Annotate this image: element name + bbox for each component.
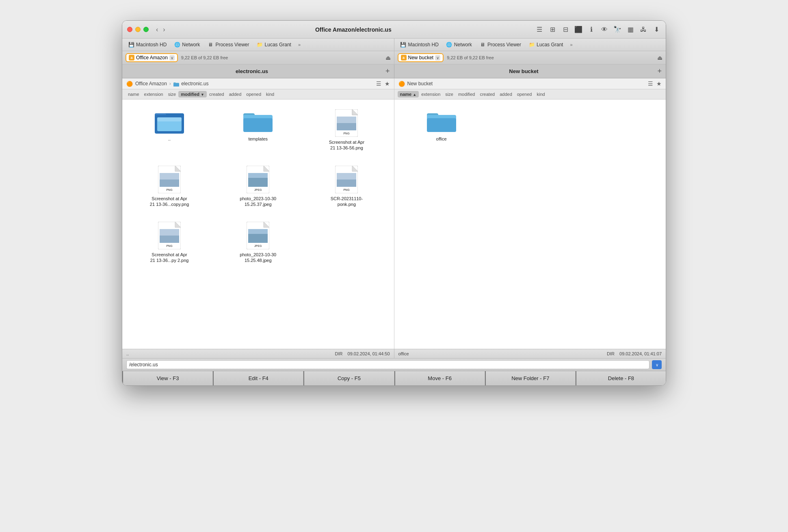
col-modified-left[interactable]: modified ▼	[178, 91, 207, 97]
list-item[interactable]: ..	[127, 106, 212, 154]
download-icon[interactable]: ⬇	[652, 25, 661, 34]
right-status-info: DIR 09.02.2024, 01:41:07	[607, 351, 662, 356]
move-button[interactable]: Move - F6	[394, 371, 485, 385]
col-kind-left[interactable]: kind	[264, 91, 277, 97]
jpeg-file-icon: JPEG	[247, 166, 269, 193]
file-name: Screenshot at Apr 21 13-36-56.png	[326, 139, 367, 151]
folder-icon	[243, 109, 273, 134]
col-name-left[interactable]: name	[126, 91, 142, 97]
back-button[interactable]: ‹	[154, 25, 160, 34]
delete-button[interactable]: Delete - F8	[576, 371, 666, 385]
right-file-grid: office	[399, 106, 661, 145]
right-eject-icon[interactable]: ⏏	[657, 54, 662, 61]
left-tab-add[interactable]: +	[381, 65, 394, 78]
left-status-info: DIR 09.02.2024, 01:44:50	[335, 351, 390, 356]
fav-macintosh-hd[interactable]: 💾 Macintosh HD	[126, 40, 169, 49]
drive-icon: 📁	[257, 41, 263, 48]
grid-view-icon[interactable]: ⊟	[561, 25, 570, 34]
info-icon[interactable]: ℹ	[587, 25, 596, 34]
file-name: Screenshot at Apr 21 13-36...copy.png	[149, 196, 190, 208]
svg-rect-52	[248, 229, 268, 234]
list-view-icon[interactable]: ☰	[535, 25, 544, 34]
col-kind-right[interactable]: kind	[534, 91, 547, 97]
left-view-btn[interactable]: ☰	[376, 80, 381, 87]
close-button[interactable]	[127, 27, 132, 32]
right-disk-info: 9,22 EB of 9,22 EB free	[447, 55, 654, 60]
right-bucket-selector[interactable]: a New bucket ∨	[398, 53, 444, 62]
col-opened-right[interactable]: opened	[515, 91, 535, 97]
col-created-left[interactable]: created	[207, 91, 227, 97]
fav-lucas-grant-r[interactable]: 📁 Lucas Grant	[526, 40, 565, 49]
more-favorites-r[interactable]: »	[568, 41, 574, 48]
list-item[interactable]: JPEG photo_2023-10-30 15.25.48.jpeg	[216, 218, 300, 267]
new-folder-button[interactable]: New Folder - F7	[485, 371, 576, 385]
more-favorites[interactable]: »	[296, 41, 303, 48]
search-icon[interactable]: 🔭	[613, 25, 622, 34]
copy-button[interactable]: Copy - F5	[303, 371, 394, 385]
col-added-left[interactable]: added	[227, 91, 244, 97]
fav-network[interactable]: 🌐 Network	[171, 40, 202, 49]
left-tab-label[interactable]: electronic.us	[122, 65, 381, 78]
minimize-button[interactable]	[135, 27, 141, 32]
fav-process-viewer-r[interactable]: 🖥 Process Viewer	[477, 40, 524, 49]
columns-view-icon[interactable]: ⊞	[548, 25, 557, 34]
svg-text:JPEG: JPEG	[254, 244, 262, 247]
list-item[interactable]: JPEG photo_2023-10-30 15.25.37.jpeg	[216, 162, 300, 211]
right-view-btn[interactable]: ☰	[648, 80, 653, 87]
col-added-right[interactable]: added	[497, 91, 515, 97]
list-item[interactable]: PNG Screenshot at Apr 21 13-36...copy.pn…	[127, 162, 212, 211]
col-modified-right[interactable]: modified	[456, 91, 478, 97]
svg-rect-24	[160, 173, 179, 179]
list-item[interactable]: PNG Screenshot at Apr 21 13-36-56.png	[304, 106, 389, 154]
path-input[interactable]	[126, 360, 649, 369]
right-breadcrumb-root[interactable]: New bucket	[407, 81, 433, 87]
right-breadcrumb-actions: ☰ ★	[648, 80, 662, 87]
forward-button[interactable]: ›	[161, 25, 167, 34]
col-ext-right[interactable]: extension	[419, 91, 443, 97]
right-tab-label[interactable]: New bucket	[394, 65, 654, 78]
fav-macintosh-hd-r[interactable]: 💾 Macintosh HD	[398, 40, 441, 49]
content-area: .. templates	[122, 99, 666, 349]
fav-label: Process Viewer	[215, 42, 249, 48]
column-header: name extension size modified ▼ created a…	[122, 89, 666, 99]
right-bucket-name: New bucket	[408, 55, 434, 61]
parent-folder-icon	[155, 109, 184, 134]
col-opened-left[interactable]: opened	[244, 91, 264, 97]
list-item[interactable]: templates	[216, 106, 300, 154]
col-created-right[interactable]: created	[477, 91, 497, 97]
toggle-icon[interactable]: ⬛	[574, 25, 583, 34]
right-tab-pane: New bucket +	[394, 65, 666, 78]
view-button[interactable]: View - F3	[122, 371, 213, 385]
col-name-right[interactable]: name ▲	[398, 91, 419, 97]
left-breadcrumb-root[interactable]: Office Amazon	[135, 81, 167, 87]
svg-text:PNG: PNG	[344, 132, 350, 135]
path-dropdown-btn[interactable]: ∨	[652, 360, 662, 369]
left-breadcrumb-folder[interactable]: electronic.us	[173, 81, 209, 87]
list-item[interactable]: PNG SCR-20231110-ponk.png	[304, 162, 389, 211]
bucket-chevron-r[interactable]: ∨	[435, 55, 440, 61]
left-star-btn[interactable]: ★	[385, 80, 390, 87]
edit-button[interactable]: Edit - F4	[213, 371, 303, 385]
preview-icon[interactable]: 👁	[600, 25, 609, 34]
right-tab-add[interactable]: +	[653, 65, 666, 78]
path-bar: ∨	[122, 358, 666, 371]
svg-rect-39	[337, 179, 356, 187]
left-eject-icon[interactable]: ⏏	[385, 54, 391, 61]
network-icon[interactable]: 🖧	[639, 25, 648, 34]
left-bucket-selector[interactable]: a Office Amazon ∨	[126, 53, 178, 62]
right-breadcrumb-pane: 🟠 New bucket ☰ ★	[394, 78, 666, 89]
col-size-right[interactable]: size	[443, 91, 456, 97]
hd-icon: 💾	[400, 41, 407, 48]
right-star-btn[interactable]: ★	[656, 80, 662, 87]
list-item[interactable]: PNG Screenshot at Apr 21 13-36...py 2.pn…	[127, 218, 212, 267]
compress-icon[interactable]: ▦	[626, 25, 635, 34]
fav-process-viewer[interactable]: 🖥 Process Viewer	[205, 40, 251, 49]
col-size-left[interactable]: size	[166, 91, 179, 97]
fav-lucas-grant[interactable]: 📁 Lucas Grant	[254, 40, 294, 49]
right-breadcrumb-bucket-icon: 🟠	[398, 81, 405, 87]
maximize-button[interactable]	[143, 27, 149, 32]
bucket-chevron[interactable]: ∨	[169, 55, 175, 61]
fav-network-r[interactable]: 🌐 Network	[444, 40, 474, 49]
col-ext-left[interactable]: extension	[142, 91, 166, 97]
list-item[interactable]: office	[399, 106, 484, 145]
